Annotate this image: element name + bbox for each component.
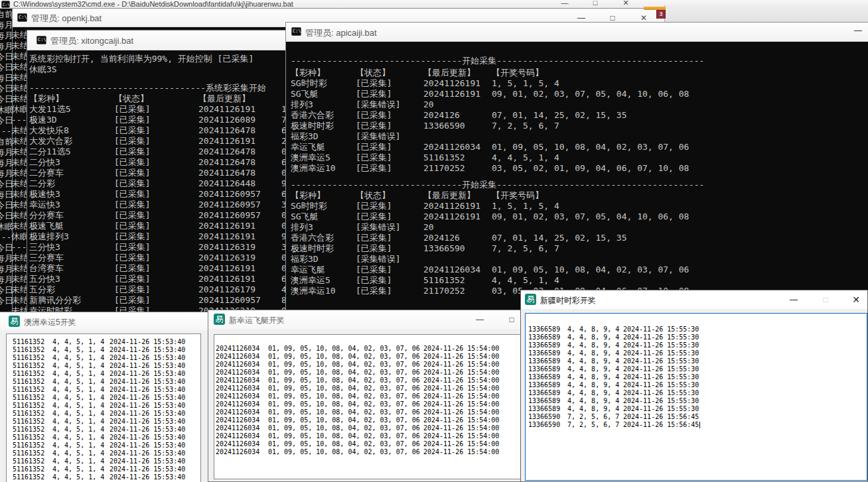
status-cell: [已采集]: [114, 104, 198, 115]
status-cell: [采集错误]: [356, 131, 423, 142]
console-text-fragment: 自前: [0, 137, 12, 147]
list-row: 2024112603401, 09, 05, 10, 08, 04, 02, 0…: [216, 400, 528, 408]
list-row: 2024112603401, 09, 05, 10, 08, 04, 02, 0…: [216, 424, 528, 432]
time-cell: 2024-11-26 15:53:40: [109, 346, 185, 354]
updated-cell: 20241126478: [198, 157, 281, 168]
list-row: 133665894, 4, 8, 9, 42024-11-26 15:55:30: [528, 333, 867, 341]
apicaiji-titlebar[interactable]: C:\ 管理员: apicaiji.bat —: [286, 23, 868, 42]
updated-cell: [423, 254, 492, 265]
aozhou-titlebar[interactable]: 易 澳洲幸运5开奖: [0, 312, 208, 330]
minimize-icon[interactable]: —: [786, 294, 801, 306]
maximize-icon[interactable]: □: [504, 314, 519, 326]
numbers-cell: 01, 09, 05, 10, 08, 04, 02, 03, 07, 06: [268, 369, 423, 377]
lottery-cell: 极速飞艇: [29, 221, 114, 231]
issue-cell: 13366589: [528, 341, 567, 349]
close-icon[interactable]: ✕: [618, 0, 633, 7]
table-row: SG时时彩[已采集]202411261911, 5, 1, 5, 4: [291, 78, 868, 89]
feiting-result-list[interactable]: 2024112603401, 09, 05, 10, 08, 04, 02, 0…: [214, 334, 529, 479]
list-row: 511613524, 4, 5, 1, 42024-11-26 15:53:40: [13, 386, 200, 394]
issue-cell: 13366589: [528, 357, 567, 365]
openkj-title: 管理员: openkj.bat: [31, 13, 102, 25]
table-row: 排列3[采集错误]20: [291, 222, 868, 233]
updated-cell: 20241126191: [198, 263, 281, 274]
time-cell: 2024-11-26 15:55:30: [623, 381, 699, 389]
list-row: 511613524, 4, 5, 1, 42024-11-26 15:53:40: [13, 442, 200, 450]
time-cell: 2024-11-26 15:54:00: [423, 416, 499, 424]
table-row: 澳洲幸运5[已采集]511613524, 4, 5, 1, 4: [291, 152, 868, 163]
numbers-cell: 01, 09, 05, 10, 08, 04, 02, 03, 07, 06: [268, 424, 423, 432]
issue-cell: 51161352: [13, 402, 52, 410]
console-text-fragment: 休眠: [0, 105, 12, 115]
list-row: 511613524, 4, 5, 1, 42024-11-26 15:53:40: [13, 394, 200, 402]
console-text-fragment: 每日: [0, 190, 12, 200]
lottery-cell: 幸运快3: [29, 200, 114, 210]
updated-cell: 20241126448: [198, 178, 281, 189]
time-cell: 2024-11-26 15:53:40: [109, 450, 185, 457]
list-row: 133665894, 4, 8, 9, 42024-11-26 15:55:30: [528, 341, 867, 349]
numbers-cell: 01, 09, 05, 10, 08, 04, 02, 03, 07, 06: [492, 265, 868, 275]
lottery-cell: 大发11选5: [29, 104, 114, 115]
updated-cell: 20241126191: [198, 274, 281, 284]
issue-cell: 20241126034: [216, 408, 268, 416]
issue-cell: 13366589: [528, 373, 567, 381]
updated-cell: 20: [423, 99, 492, 110]
numbers-cell: 4, 4, 5, 1, 4: [52, 362, 109, 370]
cmd-icon: C:\: [36, 36, 46, 44]
console-left-fragment: 自前每月每月每月今日今日每日今日今日休眠今日---自前每月每月每月今日每日今日今…: [0, 9, 12, 306]
numbers-cell: 4, 4, 8, 9, 4: [567, 373, 623, 381]
time-cell: 2024-11-26 15:53:40: [109, 378, 185, 386]
lottery-cell: 排列3: [291, 222, 356, 233]
numbers-cell: 4, 4, 8, 9, 4: [567, 397, 623, 405]
console-text-fragment: 今日: [0, 285, 12, 296]
updated-cell: 20241126191: [423, 211, 492, 222]
time-cell: 2024-11-26 15:53:40: [109, 465, 185, 473]
xinjiang-titlebar[interactable]: 易 新疆时时彩开奖 — □ ✕: [521, 290, 867, 309]
numbers-cell: 7, 2, 5, 6, 7: [567, 421, 623, 429]
table-row: 极速时时彩[已采集]133665907, 2, 5, 6, 7: [291, 121, 868, 131]
table-header: 【彩种】【状态】【最后更新】【开奖号码】: [291, 190, 543, 201]
numbers-cell: 01, 09, 05, 10, 08, 04, 02, 03, 07, 06: [268, 361, 423, 369]
console-text-fragment: 今日: [0, 94, 12, 105]
numbers-cell: 4, 4, 8, 9, 4: [567, 381, 623, 389]
xinjiang-result-list[interactable]: 133665894, 4, 8, 9, 42024-11-26 15:55:30…: [525, 313, 867, 481]
lottery-table: SG时时彩[已采集]202411261911, 5, 1, 5, 4SG飞艇[已…: [291, 201, 868, 296]
numbers-cell: 4, 4, 5, 1, 4: [52, 394, 109, 402]
close-icon[interactable]: ✕: [849, 294, 863, 306]
maximize-icon[interactable]: □: [818, 294, 833, 306]
minimize-icon[interactable]: —: [557, 0, 572, 7]
time-cell: 2024-11-26 15:53:40: [109, 402, 185, 410]
status-cell: [采集错误]: [356, 254, 423, 265]
list-row: 511613524, 4, 5, 1, 42024-11-26 15:53:40: [13, 465, 200, 473]
minimize-icon[interactable]: —: [851, 25, 865, 36]
issue-cell: 51161352: [13, 346, 52, 354]
apicaiji-title: 管理员: apicaiji.bat: [305, 27, 377, 39]
status-cell: [已采集]: [114, 221, 198, 231]
console-text-fragment: 每月: [0, 30, 12, 41]
aozhou-result-list[interactable]: 511613524, 4, 5, 1, 42024-11-26 15:53:40…: [6, 333, 201, 482]
updated-cell: 20: [423, 222, 492, 233]
table-row: 香港六合彩[已采集]202412607, 01, 14, 25, 02, 15,…: [291, 110, 868, 121]
feiting-titlebar[interactable]: 易 新幸运飞艇开奖 — □: [208, 310, 534, 329]
table-row: 澳洲幸运10[已采集]2117025203, 05, 02, 01, 09, 0…: [291, 163, 868, 174]
numbers-cell: 4, 4, 8, 9, 4: [567, 389, 623, 397]
numbers-cell: 4, 4, 5, 1, 4: [52, 386, 109, 394]
numbers-cell: 4, 4, 5, 1, 4: [52, 370, 109, 378]
issue-cell: 51161352: [13, 386, 52, 394]
issue-cell: 51161352: [13, 457, 52, 465]
console-text-fragment: 休眠: [0, 221, 12, 232]
maximize-icon[interactable]: □: [588, 0, 603, 7]
numbers-cell: 4, 4, 5, 1, 4: [52, 426, 109, 434]
minimize-icon[interactable]: —: [472, 314, 487, 326]
issue-cell: 51161352: [13, 362, 52, 370]
numbers-cell: 07, 01, 14, 25, 02, 15, 35: [492, 110, 868, 121]
table-row: 香港六合彩[已采集]202412607, 01, 14, 25, 02, 15,…: [291, 233, 868, 243]
numbers-cell: 03, 05, 02, 01, 09, 04, 06, 07, 10, 08: [492, 163, 868, 174]
console-text-fragment: 每月: [0, 41, 12, 52]
list-row: 511613524, 4, 5, 1, 42024-11-26 15:53:40: [13, 338, 200, 346]
numbers-cell: 01, 09, 05, 10, 08, 04, 02, 03, 07, 06: [268, 345, 423, 353]
section-divider: ----------------------------------系统彩采集开…: [29, 83, 266, 93]
lottery-cell: 幸运飞艇: [291, 142, 356, 152]
status-cell: [已采集]: [356, 121, 423, 131]
updated-cell: 20241126478: [198, 168, 281, 178]
issue-cell: 51161352: [13, 410, 52, 418]
